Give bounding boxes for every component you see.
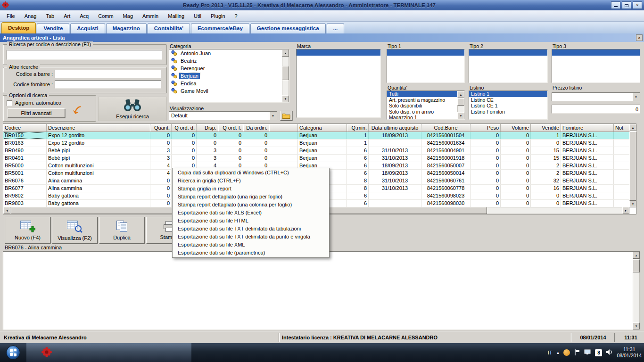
- network-tray-icon[interactable]: [584, 349, 591, 356]
- menu-item-Util[interactable]: Util: [189, 11, 206, 21]
- marca-item[interactable]: [297, 49, 380, 56]
- table-cell[interactable]: 0: [471, 147, 501, 154]
- table-cell[interactable]: 31/10/2013: [369, 147, 421, 154]
- column-header[interactable]: Fornitore: [561, 124, 614, 132]
- table-cell[interactable]: 0: [501, 170, 531, 177]
- column-header[interactable]: Peso: [471, 124, 501, 132]
- table-cell[interactable]: 18/09/2013: [369, 162, 421, 169]
- table-cell[interactable]: BERJUAN S.L.: [561, 140, 614, 147]
- tipo1-item[interactable]: [387, 61, 464, 67]
- table-cell[interactable]: [614, 200, 630, 207]
- table-cell[interactable]: BR0491: [3, 155, 47, 162]
- flag-tray-icon[interactable]: [574, 349, 580, 357]
- clock[interactable]: 11:31 08/01/2014: [617, 346, 642, 359]
- table-cell[interactable]: [614, 162, 630, 169]
- table-cell[interactable]: 8421560098030: [421, 200, 471, 207]
- menu-item-Ammin[interactable]: Ammin: [138, 11, 163, 21]
- table-cell[interactable]: 6: [347, 155, 369, 162]
- table-cell[interactable]: [614, 170, 630, 177]
- table-cell[interactable]: 8421560004901: [421, 147, 471, 154]
- table-cell[interactable]: Bebè pipì: [47, 147, 150, 154]
- table-cell[interactable]: 15: [531, 147, 561, 154]
- table-cell[interactable]: 2: [531, 162, 561, 169]
- grid-vscrollbar[interactable]: ▲▼: [629, 124, 636, 207]
- context-menu-item[interactable]: Esportazione dati su file XML: [173, 241, 329, 249]
- table-cell[interactable]: BR5001: [3, 170, 47, 177]
- table-cell[interactable]: 31/10/2013: [369, 185, 421, 192]
- table-cell[interactable]: 0: [172, 140, 197, 147]
- table-cell[interactable]: BR6077: [3, 185, 47, 192]
- grid-vscrollbar-up-icon[interactable]: ▲: [629, 124, 636, 131]
- table-cell[interactable]: 0: [197, 132, 218, 139]
- quantita-scrollbar-down-icon[interactable]: ▼: [457, 112, 464, 119]
- table-cell[interactable]: 18/09/2013: [369, 132, 421, 139]
- table-cell[interactable]: 0: [471, 170, 501, 177]
- tab-contabilita-[interactable]: Contabilita': [148, 23, 190, 33]
- table-cell[interactable]: 31/10/2013: [369, 177, 421, 184]
- table-cell[interactable]: 6: [347, 192, 369, 199]
- grid-vscrollbar-thumb[interactable]: [629, 132, 636, 201]
- table-cell[interactable]: [614, 140, 630, 147]
- table-cell[interactable]: 0: [150, 185, 172, 192]
- toolbar-new-article-button[interactable]: Nuovo (F4): [5, 217, 50, 244]
- show-hidden-icons-chevron[interactable]: ▲: [556, 351, 560, 355]
- table-cell[interactable]: 1: [347, 140, 369, 147]
- quantita-item[interactable]: Solo disponibili: [387, 103, 464, 109]
- table-cell[interactable]: 4: [150, 162, 172, 169]
- column-header[interactable]: Q ord. f.: [218, 124, 243, 132]
- quantita-scrollbar-up-icon[interactable]: ▲: [457, 91, 464, 98]
- table-cell[interactable]: 16: [531, 185, 561, 192]
- table-cell[interactable]: Bebè pipì: [47, 155, 150, 162]
- table-cell[interactable]: 32: [531, 177, 561, 184]
- notes-scrollbar[interactable]: ▲▼: [633, 252, 640, 329]
- notes-area[interactable]: [3, 251, 640, 330]
- table-cell[interactable]: [269, 155, 298, 162]
- menu-item-Acq[interactable]: Acq: [75, 11, 93, 21]
- tab--[interactable]: ...: [327, 23, 345, 33]
- notes-scrollbar-down-icon[interactable]: ▼: [633, 322, 640, 329]
- category-item[interactable]: Endisa: [169, 80, 289, 87]
- table-cell[interactable]: [369, 200, 421, 207]
- table-cell[interactable]: BERJUAN S.L.: [561, 177, 614, 184]
- menu-item-Anag[interactable]: Anag: [20, 11, 41, 21]
- table-cell[interactable]: [269, 132, 298, 139]
- table-cell[interactable]: 0: [218, 132, 243, 139]
- table-cell[interactable]: 3: [197, 155, 218, 162]
- menu-item-Plugin[interactable]: Plugin: [206, 11, 230, 21]
- table-cell[interactable]: 8421560060761: [421, 177, 471, 184]
- table-cell[interactable]: BR6076: [3, 177, 47, 184]
- table-cell[interactable]: 0: [471, 132, 501, 139]
- notes-scrollbar-thumb[interactable]: [633, 259, 640, 272]
- table-cell[interactable]: [614, 192, 630, 199]
- context-menu-item[interactable]: Copia dati sulla clipboard di Windows (C…: [173, 169, 329, 177]
- tab-desktop[interactable]: Desktop: [1, 22, 36, 33]
- category-item[interactable]: Beatriz: [169, 57, 289, 65]
- search-input[interactable]: [7, 50, 162, 60]
- table-cell[interactable]: 0: [471, 185, 501, 192]
- tab-magazzino[interactable]: Magazzino: [106, 23, 147, 33]
- table-cell[interactable]: 3: [150, 147, 172, 154]
- language-indicator[interactable]: IT: [548, 350, 553, 355]
- table-cell[interactable]: 0: [501, 132, 531, 139]
- table-cell[interactable]: 0: [471, 200, 501, 207]
- menu-item-Tab[interactable]: Tab: [41, 11, 59, 21]
- view-dropdown[interactable]: Default ▼: [169, 111, 277, 120]
- tipo1-item[interactable]: [387, 49, 464, 56]
- table-cell[interactable]: Expo 12 gordito: [47, 140, 150, 147]
- menu-item-Mag[interactable]: Mag: [118, 11, 138, 21]
- prezzo-input[interactable]: [552, 105, 640, 114]
- table-cell[interactable]: 8: [347, 177, 369, 184]
- category-item[interactable]: Antonio Juan: [169, 49, 289, 57]
- table-cell[interactable]: [369, 140, 421, 147]
- table-cell[interactable]: Berjuan: [298, 140, 347, 147]
- table-cell[interactable]: 31/10/2013: [369, 155, 421, 162]
- table-cell[interactable]: 8421560001918: [421, 155, 471, 162]
- tab-acquisti[interactable]: Acquisti: [70, 23, 105, 33]
- category-item[interactable]: Game Movil: [169, 87, 289, 95]
- listino-item[interactable]: Listino 1: [469, 91, 547, 97]
- context-menu-item[interactable]: Esportazione dati su file TXT delimitato…: [173, 233, 329, 241]
- table-cell[interactable]: 8421560050007: [421, 162, 471, 169]
- table-cell[interactable]: BR9803: [3, 200, 47, 207]
- column-header[interactable]: [269, 124, 298, 132]
- table-cell[interactable]: 15: [531, 155, 561, 162]
